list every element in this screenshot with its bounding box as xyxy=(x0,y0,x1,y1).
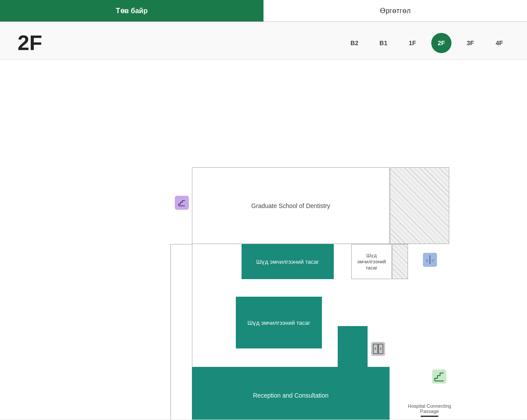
tab-extension[interactable]: Өргөтгөл xyxy=(264,0,527,22)
floor-btn-2f[interactable]: 2F xyxy=(431,33,451,53)
room-dental-3: Reception and Consultation xyxy=(192,367,390,420)
floor-btn-4f[interactable]: 4F xyxy=(489,33,509,53)
room-hatched-top xyxy=(390,167,449,244)
floor-button-group: B2 B1 1F 2F 3F 4F xyxy=(344,33,509,53)
svg-text:♀: ♀ xyxy=(425,258,429,264)
room-hatched-small xyxy=(392,244,408,279)
graduate-label: Graduate School of Dentistry xyxy=(251,202,330,209)
stair-icon-right xyxy=(432,370,446,384)
floor-btn-b1[interactable]: B1 xyxy=(373,33,393,53)
dental2-label: Шүд эмчилгээний тасаг xyxy=(247,319,310,326)
restroom-icon-top: ♀ ♂ xyxy=(423,253,439,269)
room-reception: Шүд эмчилгээний тасаг xyxy=(351,244,392,279)
floor-btn-1f[interactable]: 1F xyxy=(402,33,422,53)
room-dental-1: Шүд эмчилгээний тасаг xyxy=(242,244,334,279)
room-small-teal xyxy=(338,326,368,370)
corridor-left-block xyxy=(170,244,192,420)
stair-icon-left xyxy=(175,196,189,210)
room-dental-2: Шүд эмчилгээний тасаг xyxy=(236,297,322,348)
floor-label: 2F xyxy=(18,31,42,55)
floor-btn-b2[interactable]: B2 xyxy=(344,33,365,53)
dental3-label: Reception and Consultation xyxy=(253,392,328,399)
floor-nav: 2F B2 B1 1F 2F 3F 4F xyxy=(0,22,527,60)
tab-ext-label: Өргөтгөл xyxy=(380,7,411,15)
elevator-icon xyxy=(371,342,385,356)
dental1-label: Шүд эмчилгээний тасаг xyxy=(256,258,319,265)
reception-label: Шүд эмчилгээний тасаг xyxy=(352,252,391,271)
tab-main[interactable]: Төв байр xyxy=(0,0,264,22)
floor-btn-3f[interactable]: 3F xyxy=(460,33,480,53)
svg-rect-11 xyxy=(432,370,446,384)
room-graduate: Graduate School of Dentistry xyxy=(192,167,390,244)
tab-main-label: Төв байр xyxy=(116,7,148,15)
hospital-passage-label: Hospital Connecting Passage xyxy=(403,403,456,417)
floor-map: Graduate School of Dentistry Шүд эмчилгэ… xyxy=(0,60,527,420)
svg-text:♂: ♂ xyxy=(431,258,435,264)
